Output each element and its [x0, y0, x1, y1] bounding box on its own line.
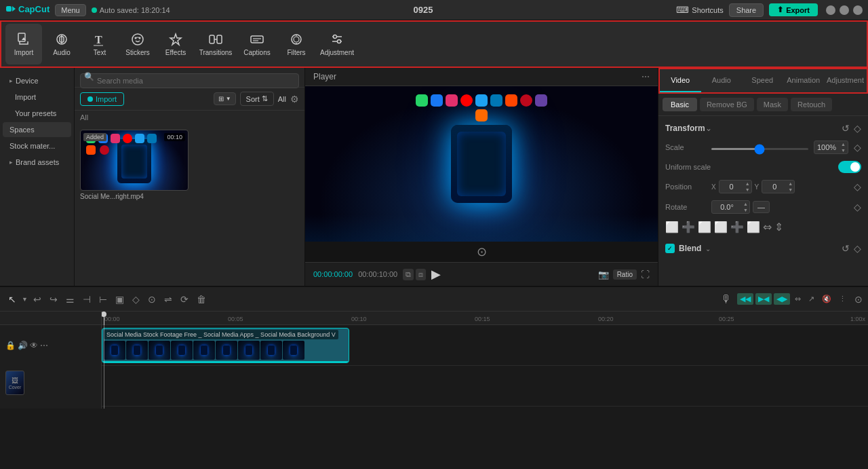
zoom-fit-button[interactable]: ⊙ [854, 294, 863, 305]
toolbar-transitions[interactable]: Transitions [195, 24, 236, 64]
split-tool[interactable]: ⚌ [63, 293, 77, 306]
position-keyframe-button[interactable]: ◇ [854, 181, 861, 192]
toolbar-filters[interactable]: Filters [278, 24, 315, 64]
scale-down-button[interactable]: ▼ [839, 147, 848, 153]
split-at-playhead[interactable]: ▶◀ [755, 293, 772, 305]
replace-tool[interactable]: ⟳ [178, 293, 191, 306]
link-tracks[interactable]: ⇔ [792, 293, 804, 305]
track-visible[interactable]: 👁 [30, 341, 38, 350]
search-input[interactable] [80, 73, 299, 88]
blend-checkbox[interactable]: ✓ [665, 244, 675, 253]
position-x-input[interactable] [719, 183, 744, 191]
tab-adjustment[interactable]: Adjustment [824, 69, 867, 92]
window-minimize[interactable] [826, 5, 835, 15]
media-item[interactable]: Added 00:10 Social Me...right.mp4 [80, 130, 189, 280]
frame-counter-button2[interactable]: ⧈ [416, 269, 426, 280]
toolbar-stickers[interactable]: Stickers [119, 24, 156, 64]
align-right-button[interactable]: ⬜ [698, 221, 711, 233]
pos-x-up[interactable]: ▲ [744, 181, 751, 187]
mute-track[interactable]: 🔇 [819, 293, 834, 305]
align-center-h-button[interactable]: ➕ [682, 221, 695, 233]
audio-track-button[interactable]: 🎙 [721, 293, 732, 305]
scale-slider[interactable] [711, 148, 808, 150]
rotate-keyframe-button[interactable]: ◇ [854, 202, 861, 212]
select-tool[interactable]: ↖ [5, 293, 19, 306]
rotate-down[interactable]: ▼ [742, 207, 749, 213]
redo-button[interactable]: ↪ [47, 293, 60, 306]
flip-horizontal-button[interactable]: — [753, 201, 770, 213]
scale-keyframe-button[interactable]: ◇ [854, 142, 861, 153]
fullscreen-button[interactable]: ⛶ [641, 269, 650, 280]
tab-video[interactable]: Video [660, 69, 701, 92]
toolbar-audio[interactable]: Audio [43, 24, 80, 64]
pos-y-down[interactable]: ▼ [787, 187, 794, 193]
all-filter-button[interactable]: All [278, 95, 286, 103]
filter-options-button[interactable]: ⚙ [290, 94, 299, 105]
rotate-up[interactable]: ▲ [742, 201, 749, 207]
speed-tool[interactable]: ◇ [130, 293, 142, 306]
extract-audio[interactable]: ↗ [806, 293, 817, 305]
toolbar-adjustment[interactable]: Adjustment [316, 24, 358, 64]
align-bottom-button[interactable]: ⬜ [747, 221, 760, 233]
reverse-tool[interactable]: ⇌ [161, 293, 175, 306]
toolbar-import[interactable]: Import [5, 24, 42, 64]
tab-audio[interactable]: Audio [701, 69, 743, 92]
rotate-input[interactable] [712, 203, 742, 211]
subtab-remove-bg[interactable]: Remove BG [700, 98, 754, 111]
subtab-retouch[interactable]: Retouch [791, 98, 832, 111]
align-center-v-button[interactable]: ➕ [730, 221, 744, 233]
tab-animation[interactable]: Animation [783, 69, 825, 92]
distribute-v-button[interactable]: ⇕ [774, 221, 783, 233]
menu-button[interactable]: Menu [55, 4, 86, 16]
pos-y-up[interactable]: ▲ [787, 181, 794, 187]
lock-track[interactable]: 🔒 [5, 341, 16, 350]
subtab-mask[interactable]: Mask [757, 98, 788, 111]
frame-counter-button[interactable]: ⧉ [403, 269, 414, 280]
add-track-after[interactable]: ◀▶ [774, 293, 790, 305]
sidebar-item-import[interactable]: Import [8, 90, 71, 105]
add-track-before[interactable]: ◀◀ [737, 293, 753, 305]
transform-reset-button[interactable]: ↺ [842, 123, 850, 134]
crop-tool[interactable]: ▣ [113, 293, 127, 306]
trim-end-tool[interactable]: ⊢ [96, 293, 110, 306]
toolbar-text[interactable]: T Text [81, 24, 118, 64]
sidebar-item-brand-assets[interactable]: ▸ Brand assets [3, 155, 71, 170]
blend-reset-button[interactable]: ↺ [842, 243, 850, 254]
pos-x-down[interactable]: ▼ [744, 187, 751, 193]
toolbar-effects[interactable]: Effects [157, 24, 194, 64]
sidebar-item-device[interactable]: ▸ Device [3, 73, 71, 88]
player-menu-icon[interactable]: ⋯ [642, 72, 650, 81]
sidebar-item-stock-materials[interactable]: Stock mater... [3, 138, 71, 153]
window-close[interactable] [853, 5, 863, 15]
share-button[interactable]: Share [729, 3, 764, 17]
shortcuts-button[interactable]: ⌨ Shortcuts [676, 5, 723, 15]
position-y-input[interactable] [762, 183, 787, 191]
seek-indicator[interactable]: ⊙ [477, 244, 487, 259]
distribute-h-button[interactable]: ⇔ [763, 221, 772, 233]
window-maximize[interactable] [840, 5, 849, 15]
view-toggle-button[interactable]: ⊞ ▼ [214, 92, 236, 105]
delete-tool[interactable]: 🗑 [194, 293, 209, 306]
ratio-button[interactable]: Ratio [613, 269, 637, 280]
export-button[interactable]: ⬆ Export [769, 3, 818, 16]
video-clip[interactable]: Social Media Stock Footage Free _ Social… [102, 328, 349, 363]
scale-up-button[interactable]: ▲ [839, 141, 848, 147]
play-pause-button[interactable]: ▶ [431, 267, 441, 282]
sidebar-item-your-presets[interactable]: Your presets [8, 106, 71, 121]
track-audio[interactable]: 🔊 [18, 341, 28, 350]
align-left-button[interactable]: ⬜ [665, 221, 679, 233]
toolbar-captions[interactable]: Captions [237, 24, 277, 64]
undo-button[interactable]: ↩ [31, 293, 44, 306]
playhead[interactable] [104, 312, 104, 325]
uniform-scale-toggle[interactable] [838, 161, 861, 173]
trim-start-tool[interactable]: ⊣ [80, 293, 94, 306]
transform-keyframe-button[interactable]: ◇ [854, 123, 861, 134]
blend-keyframe-button[interactable]: ◇ [854, 243, 861, 254]
cover-thumbnail[interactable]: 🖼 Cover [5, 371, 24, 395]
camera-button[interactable]: 📷 [598, 269, 609, 280]
more-options[interactable]: ⋮ [836, 293, 849, 305]
track-more[interactable]: ⋯ [40, 341, 48, 350]
align-top-button[interactable]: ⬜ [714, 221, 728, 233]
sidebar-item-spaces[interactable]: Spaces [3, 122, 71, 137]
sort-button[interactable]: Sort ⇅ [240, 92, 274, 106]
